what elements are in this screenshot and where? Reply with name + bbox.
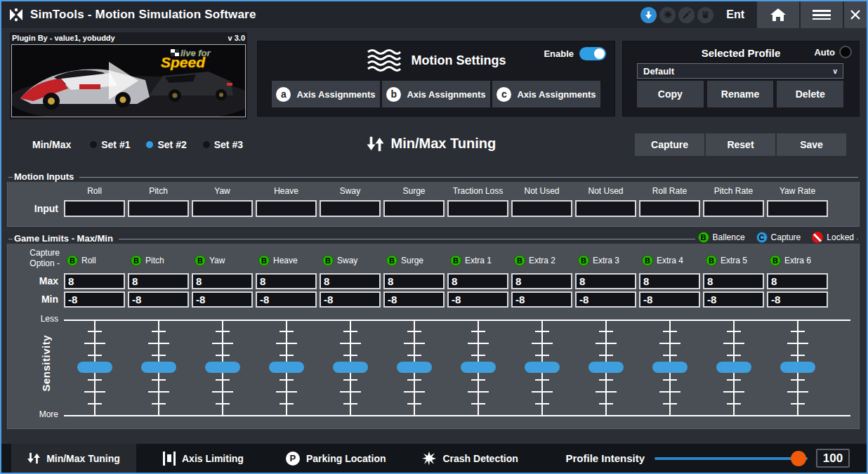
capture-option-icon[interactable]: B	[386, 255, 397, 266]
slider-handle[interactable]	[652, 362, 688, 373]
axis-assignments-button[interactable]: b Axis Assignments	[382, 81, 490, 107]
download-icon[interactable]	[640, 7, 657, 23]
min-value-field[interactable]: -8	[639, 291, 700, 308]
motion-input-field[interactable]	[256, 200, 317, 217]
radio-icon[interactable]	[88, 139, 99, 150]
profile-action-button[interactable]: Delete	[777, 81, 843, 107]
game-limit-column-header[interactable]: B Roll	[64, 255, 125, 266]
motion-input-field[interactable]	[703, 200, 764, 217]
capture-option-icon[interactable]: B	[642, 255, 653, 266]
capture-option-icon[interactable]: B	[258, 255, 270, 266]
set2-radio[interactable]: Set #2	[144, 139, 186, 150]
game-limit-column-header[interactable]: B Yaw	[192, 255, 253, 266]
profile-action-button[interactable]: Copy	[637, 81, 704, 107]
slider-handle[interactable]	[141, 362, 176, 373]
max-value-field[interactable]: 8	[447, 273, 508, 289]
slider-handle[interactable]	[397, 362, 432, 373]
slider-handle[interactable]	[269, 362, 304, 373]
max-value-field[interactable]: 8	[128, 273, 189, 289]
max-value-field[interactable]: 8	[703, 273, 764, 289]
min-value-field[interactable]: -8	[256, 291, 317, 308]
max-value-field[interactable]: 8	[192, 273, 253, 289]
tab-minmax-tuning[interactable]: Min/Max Tuning	[11, 444, 136, 473]
set1-radio[interactable]: Set #1	[88, 139, 130, 150]
capture-option-icon[interactable]: B	[450, 255, 461, 266]
capture-option-icon[interactable]: B	[514, 255, 525, 266]
max-value-field[interactable]: 8	[64, 273, 125, 289]
min-value-field[interactable]: -8	[767, 291, 828, 308]
axis-assignments-button[interactable]: c Axis Assignments	[492, 81, 600, 107]
slider-handle[interactable]	[77, 362, 112, 373]
capture-option-icon[interactable]: B	[131, 255, 142, 266]
capture-option-icon[interactable]: B	[706, 255, 717, 266]
tuning-action-button[interactable]: Reset	[706, 133, 775, 156]
max-value-field[interactable]: 8	[511, 273, 572, 289]
profile-dropdown[interactable]: Default v	[637, 63, 843, 79]
motion-input-field[interactable]	[320, 200, 381, 217]
max-value-field[interactable]: 8	[320, 273, 381, 289]
capture-option-icon[interactable]: B	[195, 255, 206, 266]
slider-handle[interactable]	[780, 362, 815, 373]
min-value-field[interactable]: -8	[192, 291, 253, 308]
motion-input-field[interactable]	[128, 200, 189, 217]
capture-option-icon[interactable]: B	[770, 255, 781, 266]
max-value-field[interactable]: 8	[575, 273, 636, 289]
tab-axis-limiting[interactable]: Axis Limiting	[153, 444, 254, 473]
min-value-field[interactable]: -8	[64, 291, 125, 308]
min-value-field[interactable]: -8	[383, 291, 445, 308]
enable-toggle[interactable]	[579, 47, 606, 60]
motion-input-field[interactable]	[511, 200, 572, 217]
min-value-field[interactable]: -8	[320, 291, 381, 308]
game-limit-column-header[interactable]: B Extra 2	[511, 255, 572, 266]
game-limit-column-header[interactable]: B Extra 4	[639, 255, 700, 266]
game-limit-column-header[interactable]: B Extra 1	[447, 255, 508, 266]
close-button[interactable]	[843, 1, 867, 28]
game-limit-column-header[interactable]: B Sway	[320, 255, 381, 266]
auto-indicator[interactable]	[839, 46, 852, 58]
tab-crash-detection[interactable]: Crash Detection	[412, 444, 527, 473]
pencil-icon[interactable]	[678, 7, 695, 23]
intensity-handle[interactable]	[791, 451, 806, 466]
motion-input-field[interactable]	[767, 200, 828, 217]
radio-selected-icon[interactable]	[144, 139, 155, 150]
slider-handle[interactable]	[716, 362, 751, 373]
capture-option-icon[interactable]: B	[578, 255, 589, 266]
game-limit-column-header[interactable]: B Pitch	[128, 255, 189, 266]
min-value-field[interactable]: -8	[511, 291, 572, 308]
capture-option-icon[interactable]: B	[67, 255, 78, 266]
menu-button[interactable]	[799, 1, 843, 28]
min-value-field[interactable]: -8	[128, 291, 189, 308]
burst-icon[interactable]	[659, 7, 676, 23]
slider-handle[interactable]	[588, 362, 624, 373]
tab-parking-location[interactable]: P Parking Location	[276, 444, 396, 473]
tuning-action-button[interactable]: Capture	[635, 133, 704, 156]
max-value-field[interactable]: 8	[256, 273, 317, 289]
motion-input-field[interactable]	[64, 200, 125, 217]
motion-input-field[interactable]	[192, 200, 253, 217]
axis-assignments-button[interactable]: a Axis Assignments	[272, 81, 380, 107]
game-limit-column-header[interactable]: B Heave	[256, 255, 317, 266]
min-value-field[interactable]: -8	[703, 291, 764, 308]
min-value-field[interactable]: -8	[575, 291, 636, 308]
motion-input-field[interactable]	[639, 200, 700, 217]
plug-icon[interactable]	[697, 7, 714, 23]
set3-radio[interactable]: Set #3	[201, 139, 243, 150]
slider-handle[interactable]	[525, 362, 560, 373]
capture-option-icon[interactable]: B	[322, 255, 334, 266]
radio-icon[interactable]	[201, 139, 212, 150]
game-limit-column-header[interactable]: B Extra 3	[575, 255, 636, 266]
slider-handle[interactable]	[333, 362, 368, 373]
min-value-field[interactable]: -8	[447, 291, 508, 308]
profile-action-button[interactable]: Rename	[707, 81, 774, 107]
slider-handle[interactable]	[461, 362, 496, 373]
tuning-action-button[interactable]: Save	[777, 133, 846, 156]
max-value-field[interactable]: 8	[639, 273, 700, 289]
max-value-field[interactable]: 8	[383, 273, 445, 289]
game-limit-column-header[interactable]: B Extra 5	[703, 255, 764, 266]
game-limit-column-header[interactable]: B Extra 6	[767, 255, 828, 266]
motion-input-field[interactable]	[575, 200, 636, 217]
motion-input-field[interactable]	[447, 200, 508, 217]
motion-input-field[interactable]	[383, 200, 445, 217]
home-button[interactable]	[756, 1, 799, 28]
play-icon[interactable]	[109, 62, 138, 100]
